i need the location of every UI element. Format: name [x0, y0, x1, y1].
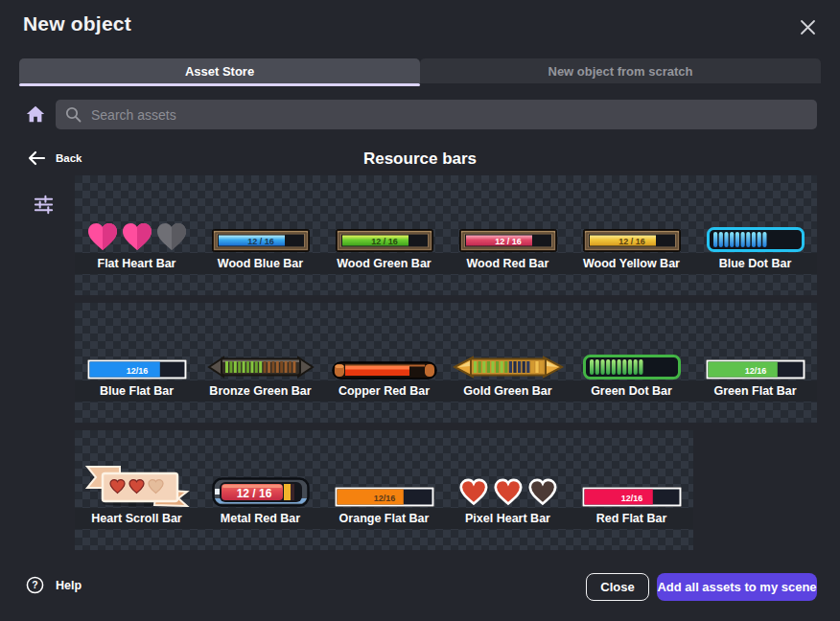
asset-card-padding — [446, 402, 570, 423]
asset-card-padding — [570, 274, 693, 295]
tab-bar: Asset Store New object from scratch — [19, 58, 821, 83]
asset-thumbnail: 12/16 — [570, 430, 693, 508]
asset-label: Blue Flat Bar — [75, 380, 198, 402]
asset-card-red-flat-bar[interactable]: 12/16 Red Flat Bar — [570, 430, 693, 550]
asset-thumbnail: 12 / 16 — [322, 175, 446, 253]
home-icon — [25, 104, 46, 125]
asset-label: Blue Dot Bar — [693, 253, 817, 274]
asset-thumbnail — [75, 175, 198, 253]
help-label: Help — [56, 579, 82, 592]
asset-grid-row: 12/16 Blue Flat Bar Bronze Green Bar Cop… — [75, 303, 817, 423]
asset-card-padding — [322, 402, 446, 423]
close-button[interactable]: Close — [586, 573, 649, 601]
asset-thumbnail: 12 / 16 — [198, 430, 322, 508]
asset-label: Green Dot Bar — [570, 380, 693, 402]
svg-text:12/16: 12/16 — [373, 494, 395, 503]
asset-label: Wood Blue Bar — [198, 253, 322, 274]
asset-card-padding — [75, 402, 198, 423]
asset-card-heart-scroll-bar[interactable]: Heart Scroll Bar — [75, 430, 198, 550]
asset-label: Copper Red Bar — [322, 380, 446, 402]
asset-thumbnail: 12 / 16 — [198, 175, 322, 253]
svg-text:12 / 16: 12 / 16 — [247, 237, 274, 246]
tab-asset-store[interactable]: Asset Store — [19, 58, 420, 83]
asset-card-orange-flat-bar[interactable]: 12/16 Orange Flat Bar — [322, 430, 446, 550]
asset-card-copper-red-bar[interactable]: Copper Red Bar — [322, 303, 446, 423]
asset-card-padding — [75, 529, 198, 550]
asset-card-padding — [322, 529, 446, 550]
asset-label: Bronze Green Bar — [198, 380, 322, 402]
asset-card-green-flat-bar[interactable]: 12/16 Green Flat Bar — [693, 303, 817, 423]
help-icon: ? — [26, 576, 44, 594]
asset-card-padding — [570, 402, 693, 423]
tab-new-object-from-scratch[interactable]: New object from scratch — [420, 58, 821, 83]
asset-card-padding — [198, 529, 322, 550]
asset-card-padding — [446, 529, 570, 550]
asset-thumbnail: 12/16 — [322, 430, 446, 508]
asset-card-padding — [693, 402, 817, 423]
asset-card-metal-red-bar[interactable]: 12 / 16 Metal Red Bar — [198, 430, 322, 550]
asset-card-blue-flat-bar[interactable]: 12/16 Blue Flat Bar — [75, 303, 198, 423]
asset-grid-row: Flat Heart Bar 12 / 16 Wood Blue Bar 12 … — [75, 175, 817, 295]
home-button[interactable] — [25, 104, 48, 126]
asset-card-wood-yellow-bar[interactable]: 12 / 16 Wood Yellow Bar — [570, 175, 693, 295]
asset-grid-row: Heart Scroll Bar 12 / 16 Metal Red Bar 1… — [75, 430, 693, 550]
add-all-assets-button[interactable]: Add all assets to my scene — [657, 573, 817, 601]
asset-card-green-dot-bar[interactable]: Green Dot Bar — [570, 303, 693, 423]
asset-card-pixel-heart-bar[interactable]: Pixel Heart Bar — [446, 430, 570, 550]
asset-label: Wood Red Bar — [446, 253, 570, 274]
asset-label: Wood Green Bar — [322, 253, 446, 274]
section-heading: Resource bars — [363, 150, 477, 169]
search-box — [56, 100, 817, 129]
asset-card-gold-green-bar[interactable]: Gold Green Bar — [446, 303, 570, 423]
asset-card-padding — [693, 274, 817, 295]
close-dialog-button[interactable] — [794, 13, 821, 40]
search-icon — [65, 106, 82, 123]
asset-thumbnail — [570, 303, 693, 380]
dialog-title: New object — [23, 12, 131, 35]
asset-card-wood-green-bar[interactable]: 12 / 16 Wood Green Bar — [322, 175, 446, 295]
new-object-dialog: New object Asset Store New object from s… — [0, 0, 840, 621]
asset-card-flat-heart-bar[interactable]: Flat Heart Bar — [75, 175, 198, 295]
asset-label: Wood Yellow Bar — [570, 253, 693, 274]
back-button[interactable]: Back — [27, 150, 82, 167]
svg-text:?: ? — [32, 580, 37, 590]
asset-thumbnail: 12/16 — [75, 303, 198, 380]
asset-thumbnail: 12/16 — [693, 303, 817, 380]
back-arrow-icon — [27, 150, 46, 167]
asset-card-padding — [322, 274, 446, 295]
asset-thumbnail: 12 / 16 — [570, 175, 693, 253]
svg-text:12 / 16: 12 / 16 — [618, 237, 645, 246]
close-icon — [800, 19, 816, 35]
filter-button[interactable] — [33, 194, 56, 217]
asset-card-wood-blue-bar[interactable]: 12 / 16 Wood Blue Bar — [198, 175, 322, 295]
asset-card-padding — [198, 402, 322, 423]
asset-thumbnail — [446, 303, 570, 380]
asset-label: Pixel Heart Bar — [446, 508, 570, 529]
asset-label: Red Flat Bar — [570, 508, 693, 529]
active-tab-underline — [19, 83, 420, 86]
asset-card-padding — [446, 274, 570, 295]
search-input[interactable] — [91, 107, 807, 123]
svg-text:12 / 16: 12 / 16 — [495, 237, 522, 246]
asset-thumbnail — [322, 303, 446, 380]
svg-text:12/16: 12/16 — [126, 366, 148, 376]
asset-card-blue-dot-bar[interactable]: Blue Dot Bar — [693, 175, 817, 295]
filter-tune-icon — [33, 194, 55, 216]
svg-text:12 / 16: 12 / 16 — [371, 237, 398, 246]
asset-thumbnail — [198, 303, 322, 380]
help-button[interactable]: ? Help — [26, 576, 82, 594]
asset-label: Green Flat Bar — [693, 380, 817, 402]
asset-card-padding — [198, 274, 322, 295]
asset-thumbnail — [693, 175, 817, 253]
asset-card-bronze-green-bar[interactable]: Bronze Green Bar — [198, 303, 322, 423]
asset-label: Gold Green Bar — [446, 380, 570, 402]
asset-card-wood-red-bar[interactable]: 12 / 16 Wood Red Bar — [446, 175, 570, 295]
asset-grid: Flat Heart Bar 12 / 16 Wood Blue Bar 12 … — [75, 175, 817, 558]
asset-label: Heart Scroll Bar — [75, 508, 198, 529]
svg-text:12/16: 12/16 — [620, 494, 642, 503]
asset-label: Flat Heart Bar — [75, 253, 198, 274]
asset-thumbnail — [446, 430, 570, 508]
asset-thumbnail — [75, 430, 198, 508]
svg-text:12/16: 12/16 — [744, 366, 766, 376]
back-label: Back — [56, 152, 82, 164]
